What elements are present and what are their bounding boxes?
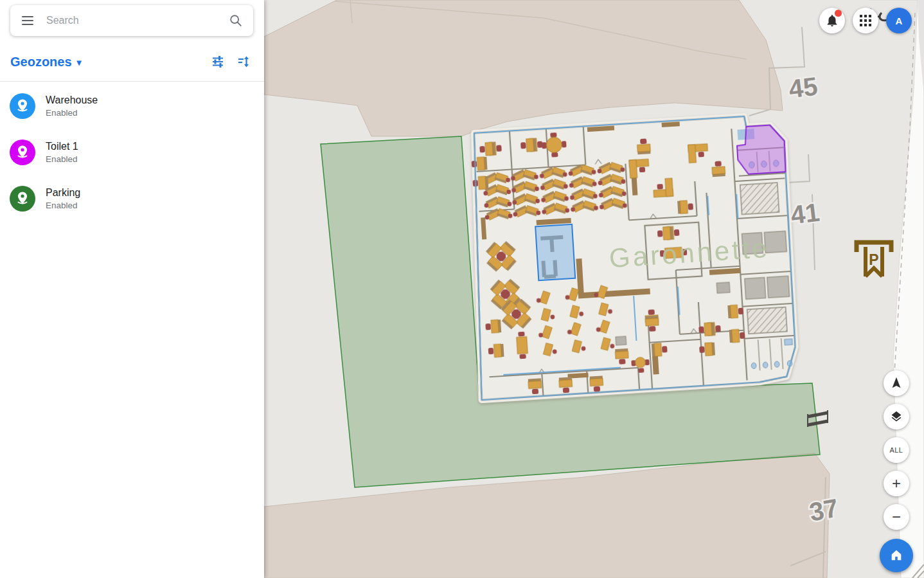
home-button[interactable] — [880, 539, 913, 572]
geozone-list-item-warehouse[interactable]: Warehouse Enabled — [0, 83, 264, 129]
apps-button[interactable] — [853, 8, 878, 33]
search-icon[interactable] — [226, 11, 245, 30]
geozone-pin-icon — [10, 93, 35, 119]
show-all-button[interactable]: ALL — [884, 437, 909, 463]
geozone-name: Warehouse — [46, 95, 98, 106]
geozone-name: Toilet 1 — [46, 141, 78, 152]
zoom-out-button[interactable]: − — [884, 504, 909, 530]
sort-icon[interactable] — [236, 54, 251, 69]
geozone-list: Warehouse Enabled Toilet 1 Enabled — [0, 83, 264, 222]
geozones-dropdown[interactable]: Geozones ▾ — [10, 55, 82, 69]
geozone-status: Enabled — [46, 108, 98, 118]
home-icon — [889, 548, 903, 563]
layers-button[interactable] — [884, 404, 909, 429]
parcel-number-41: 41 — [789, 197, 821, 229]
sidebar: Geozones ▾ — [0, 0, 264, 578]
search-bar[interactable] — [10, 5, 253, 36]
search-input[interactable] — [45, 14, 226, 27]
geozone-warehouse-polygon[interactable] — [535, 224, 575, 280]
user-avatar-button[interactable]: A — [886, 8, 912, 33]
parcel-number-45: 45 — [787, 71, 819, 103]
svg-text:P: P — [869, 251, 878, 268]
geozones-header: Geozones ▾ — [0, 42, 264, 82]
geozone-status: Enabled — [46, 201, 80, 210]
hamburger-menu-icon[interactable] — [22, 13, 37, 28]
app-window: P 45 41 37 Garonnette — [0, 0, 924, 578]
apps-grid-icon — [860, 15, 871, 26]
navigation-arrow-icon — [889, 376, 903, 390]
geozone-pin-icon — [10, 186, 35, 212]
parcel-number-37: 37 — [807, 493, 840, 526]
layers-icon — [890, 410, 903, 423]
zoom-in-button[interactable]: + — [884, 471, 909, 496]
filter-tune-icon[interactable] — [210, 54, 226, 69]
notifications-button[interactable] — [819, 8, 845, 33]
geozone-list-item-parking[interactable]: Parking Enabled — [0, 176, 264, 222]
geozone-status: Enabled — [46, 154, 78, 164]
geozone-list-item-toilet-1[interactable]: Toilet 1 Enabled — [0, 129, 264, 176]
geozone-name: Parking — [46, 187, 80, 199]
geozone-pin-icon — [10, 140, 35, 165]
notification-dot — [835, 10, 842, 17]
minus-icon: − — [892, 509, 901, 525]
page-title: Geozones — [10, 55, 72, 69]
plus-icon: + — [892, 476, 901, 491]
compass-button[interactable] — [884, 370, 909, 396]
chevron-down-icon: ▾ — [77, 58, 82, 67]
